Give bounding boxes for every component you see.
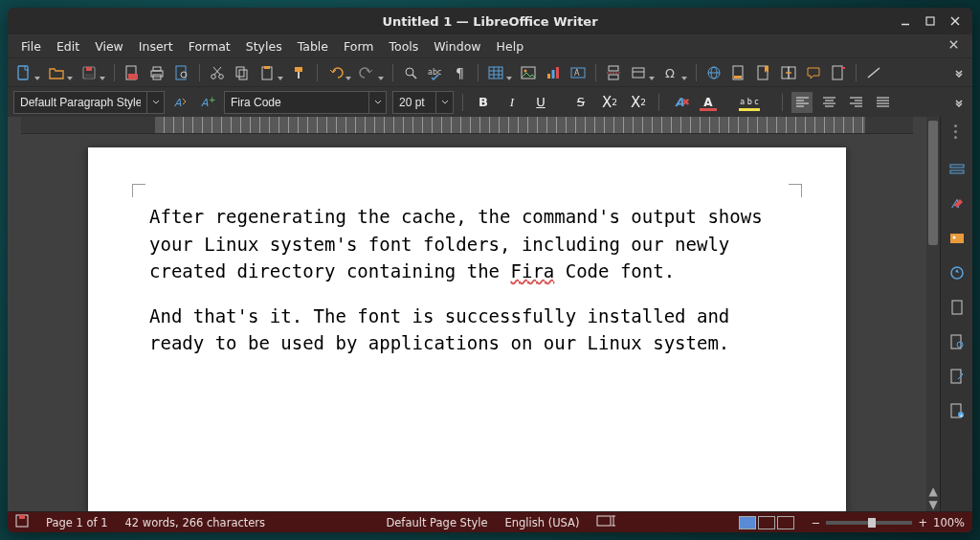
insert-line-button[interactable] bbox=[863, 62, 884, 83]
underline-button[interactable]: U bbox=[529, 91, 552, 114]
redo-button[interactable] bbox=[357, 62, 378, 83]
menu-file[interactable]: File bbox=[13, 36, 49, 56]
formatting-overflow-button[interactable] bbox=[951, 92, 967, 113]
sidebar-styles-icon[interactable]: A bbox=[947, 193, 968, 214]
status-page[interactable]: Page 1 of 1 bbox=[46, 516, 108, 529]
superscript-button[interactable]: X2 bbox=[598, 91, 621, 114]
cut-button[interactable] bbox=[207, 62, 228, 83]
sidebar-gallery-icon[interactable] bbox=[947, 228, 968, 249]
sidebar-accessibility-icon[interactable]: + bbox=[947, 400, 968, 421]
sidebar-navigator-icon[interactable] bbox=[947, 262, 968, 283]
align-left-button[interactable] bbox=[791, 92, 813, 113]
menu-format[interactable]: Format bbox=[181, 36, 238, 56]
page-viewport[interactable]: After regenerating the cache, the comman… bbox=[8, 134, 926, 511]
font-name-dropdown[interactable] bbox=[368, 92, 386, 113]
zoom-out-button[interactable]: − bbox=[812, 516, 821, 529]
new-style-button[interactable]: A+ bbox=[197, 92, 218, 113]
status-language[interactable]: English (USA) bbox=[505, 516, 580, 529]
font-size-dropdown[interactable] bbox=[435, 92, 453, 113]
insert-page-break-button[interactable] bbox=[603, 62, 624, 83]
align-center-button[interactable] bbox=[818, 92, 839, 113]
menu-tools[interactable]: Tools bbox=[381, 36, 426, 56]
close-document-button[interactable] bbox=[941, 37, 967, 55]
copy-button[interactable] bbox=[232, 62, 253, 83]
insert-cross-reference-button[interactable] bbox=[778, 62, 799, 83]
align-justify-button[interactable] bbox=[872, 92, 893, 113]
menu-help[interactable]: Help bbox=[489, 36, 532, 56]
insert-table-button[interactable] bbox=[485, 62, 506, 83]
subscript-button[interactable]: X2 bbox=[627, 91, 650, 114]
sidebar-manage-changes-icon[interactable] bbox=[947, 366, 968, 387]
vertical-scrollbar[interactable]: ▲ ▼ bbox=[926, 117, 940, 511]
scroll-down-button[interactable]: ▼ bbox=[926, 498, 940, 511]
menu-table[interactable]: Table bbox=[290, 36, 336, 56]
scrollbar-thumb[interactable] bbox=[928, 121, 938, 245]
spellcheck-button[interactable]: abc bbox=[425, 62, 446, 83]
status-wordcount[interactable]: 42 words, 266 characters bbox=[125, 516, 266, 529]
export-pdf-button[interactable] bbox=[122, 62, 143, 83]
maximize-button[interactable] bbox=[919, 11, 942, 31]
view-book-button[interactable] bbox=[777, 516, 794, 529]
formatting-marks-button[interactable]: ¶ bbox=[450, 62, 471, 83]
insert-special-char-button[interactable]: Ω bbox=[660, 62, 681, 83]
insert-comment-button[interactable] bbox=[803, 62, 824, 83]
menu-insert[interactable]: Insert bbox=[131, 36, 181, 56]
clone-formatting-button[interactable] bbox=[289, 62, 310, 83]
undo-button[interactable] bbox=[324, 62, 345, 83]
align-right-button[interactable] bbox=[845, 92, 866, 113]
status-page-style[interactable]: Default Page Style bbox=[386, 516, 487, 529]
horizontal-ruler[interactable] bbox=[21, 117, 913, 134]
insert-hyperlink-button[interactable] bbox=[703, 62, 724, 83]
menu-view[interactable]: View bbox=[87, 36, 131, 56]
sidebar-style-inspector-icon[interactable] bbox=[947, 331, 968, 352]
paragraph-2[interactable]: And that's it. The font is successfully … bbox=[149, 303, 785, 357]
insert-footnote-button[interactable] bbox=[728, 62, 749, 83]
strike-button[interactable]: S bbox=[569, 91, 592, 114]
italic-button[interactable]: I bbox=[501, 91, 523, 114]
font-size-input[interactable] bbox=[393, 96, 435, 109]
zoom-percent[interactable]: 100% bbox=[933, 516, 965, 529]
save-document-button[interactable] bbox=[78, 62, 100, 83]
insert-chart-button[interactable] bbox=[543, 62, 564, 83]
paragraph-style-input[interactable] bbox=[14, 96, 146, 109]
print-preview-button[interactable] bbox=[171, 62, 192, 83]
track-changes-button[interactable] bbox=[828, 62, 849, 83]
scroll-up-button[interactable]: ▲ bbox=[926, 484, 940, 498]
save-status-icon[interactable] bbox=[15, 514, 29, 530]
paragraph-1[interactable]: After regenerating the cache, the comman… bbox=[149, 203, 785, 285]
font-size-combo[interactable] bbox=[392, 91, 454, 114]
menu-window[interactable]: Window bbox=[426, 36, 488, 56]
update-style-button[interactable]: A bbox=[170, 92, 191, 113]
bold-button[interactable]: B bbox=[472, 91, 495, 114]
status-insert-mode[interactable] bbox=[596, 515, 617, 529]
font-color-button[interactable]: A bbox=[697, 91, 720, 114]
find-replace-button[interactable] bbox=[400, 62, 421, 83]
print-button[interactable] bbox=[146, 62, 167, 83]
menu-styles[interactable]: Styles bbox=[238, 36, 290, 56]
sidebar-properties-icon[interactable] bbox=[947, 159, 968, 180]
paragraph-style-dropdown[interactable] bbox=[146, 92, 164, 113]
toolbar-overflow-button[interactable] bbox=[951, 62, 967, 83]
sidebar-handle[interactable] bbox=[954, 124, 960, 140]
font-name-combo[interactable] bbox=[224, 91, 387, 114]
zoom-in-button[interactable]: + bbox=[918, 516, 927, 529]
highlight-color-button[interactable]: a b c bbox=[737, 91, 762, 114]
insert-bookmark-button[interactable] bbox=[753, 62, 774, 83]
clear-formatting-button[interactable]: A✖ bbox=[668, 91, 691, 114]
paragraph-style-combo[interactable] bbox=[13, 91, 165, 114]
minimize-button[interactable] bbox=[894, 11, 917, 31]
menu-edit[interactable]: Edit bbox=[49, 36, 87, 56]
insert-textbox-button[interactable]: A bbox=[568, 62, 589, 83]
paste-button[interactable] bbox=[256, 62, 278, 83]
menu-form[interactable]: Form bbox=[336, 36, 382, 56]
insert-field-button[interactable] bbox=[628, 62, 649, 83]
open-document-button[interactable] bbox=[46, 62, 67, 83]
zoom-slider[interactable] bbox=[826, 521, 912, 525]
font-name-input[interactable] bbox=[225, 96, 368, 109]
new-document-button[interactable] bbox=[13, 62, 34, 83]
insert-image-button[interactable] bbox=[518, 62, 539, 83]
view-multi-page-button[interactable] bbox=[758, 516, 775, 529]
sidebar-page-icon[interactable] bbox=[947, 297, 968, 318]
close-window-button[interactable] bbox=[944, 11, 967, 31]
document-page[interactable]: After regenerating the cache, the comman… bbox=[88, 147, 846, 511]
